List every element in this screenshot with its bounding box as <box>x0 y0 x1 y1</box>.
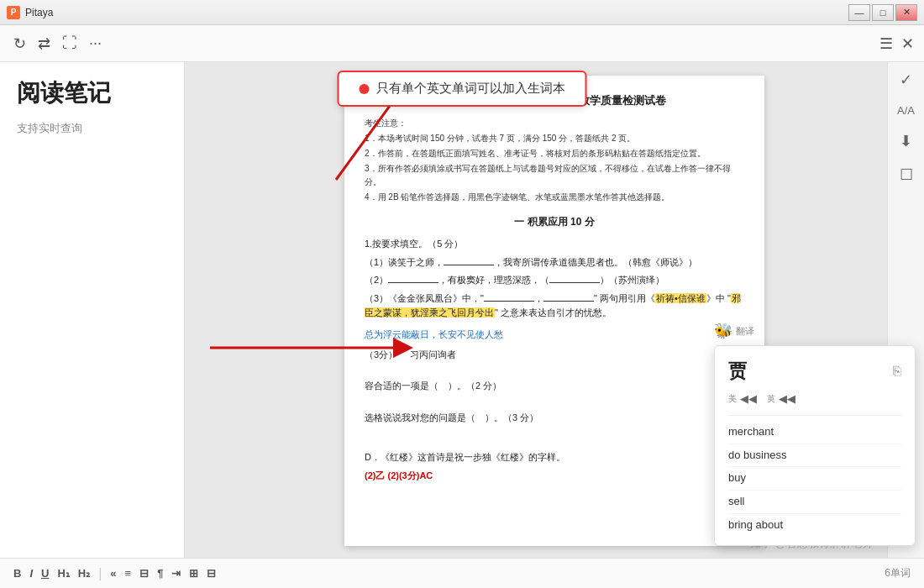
minimize-button[interactable]: — <box>848 4 870 21</box>
question-1-2: （2），有极窦好，理惑深惑，（）（苏州演绎） <box>365 273 744 288</box>
question-extra: 选格说说我对您的问题是（ ）。（3 分） <box>365 411 744 426</box>
question-1-1: （1）谈笑于之师，，我寄所谓传承道德美思者也。（韩愈《师说》） <box>365 255 744 270</box>
copy-icon[interactable]: ⎘ <box>893 360 901 382</box>
toolbar-left: ↻ ⇄ ⛶ ··· <box>13 34 102 53</box>
popup-box: 贾 ⎘ 美 ◀◀ 英 ◀◀ <box>714 345 916 546</box>
phonetic-us: 美 ◀◀ <box>728 391 757 408</box>
popup-phonetics: 美 ◀◀ 英 ◀◀ <box>728 391 901 408</box>
toolbar-right: ☰ ✕ <box>879 34 914 53</box>
meaning-2: do business <box>728 444 901 468</box>
refresh-icon[interactable]: ↻ <box>13 34 26 53</box>
left-sidebar: 阅读笔记 支持实时查询 <box>0 62 185 558</box>
notice-1: 1．本场考试时间 150 分钟，试卷共 7 页，满分 150 分，答题纸共 2 … <box>365 132 744 145</box>
share-icon[interactable]: ⇄ <box>38 34 50 53</box>
popup-meanings-list: merchant do business buy sell bring abou… <box>728 421 901 537</box>
toolbar-close-icon[interactable]: ✕ <box>901 34 914 53</box>
highlight-text: 总为浮云能蔽日，长安不见使人愁 <box>365 328 744 343</box>
window-controls: — □ ✕ <box>848 4 917 21</box>
download-icon[interactable]: ⬇ <box>900 132 912 150</box>
meaning-3: buy <box>728 467 901 491</box>
notice-2: 2．作答前，在答题纸正面填写姓名、准考证号，将核对后的条形码粘贴在答题纸指定位置… <box>365 147 744 160</box>
heading1-button[interactable]: H₁ <box>57 567 69 580</box>
phonetic-uk: 英 ◀◀ <box>767 391 795 408</box>
popup-character: 贾 <box>728 356 747 386</box>
bee-emoji: 🐝 <box>714 319 732 344</box>
answer-d: D．《红楼》这首诗是祝一步独《红楼》的字样。 <box>365 450 744 465</box>
sidebar-subtitle: 支持实时查询 <box>17 121 167 136</box>
more-icon[interactable]: ··· <box>89 34 102 52</box>
us-speaker-icon[interactable]: ◀◀ <box>740 391 757 408</box>
blue-highlight: 总为浮云能蔽日，长安不见使人愁 <box>365 329 503 339</box>
main-area: 阅读笔记 支持实时查询 2019 学年第一学期高三语文教学质 <box>0 62 924 558</box>
popup-divider <box>728 415 901 416</box>
uk-flag-label: 英 <box>767 392 775 406</box>
meaning-5: bring about <box>728 514 901 537</box>
checkmark-icon[interactable]: ✓ <box>900 71 912 89</box>
uk-speaker-icon[interactable]: ◀◀ <box>779 391 795 408</box>
question-choice: 容合适的一项是（ ）。（2 分） <box>365 379 744 394</box>
translation-popup: 🐝 翻译 贾 ⎘ 美 ◀◀ 英 ◀◀ <box>714 319 916 546</box>
window-close-button[interactable]: ✕ <box>895 4 917 21</box>
question-1-3: （3）《金金张凤凰台》中，"，" 两句用引用《祈祷•信保谁》中 "邪臣之蒙谋，犹… <box>365 291 744 321</box>
meaning-4: sell <box>728 491 901 514</box>
answer-2-3: (2)乙 (2)(3分)AC <box>365 469 744 484</box>
notification-bar: 只有单个英文单词可以加入生词本 <box>338 71 587 107</box>
doc-notice: 考生注意： 1．本场考试时间 150 分钟，试卷共 7 页，满分 150 分，答… <box>365 117 744 204</box>
notice-heading: 考生注意： <box>365 117 744 130</box>
red-dot <box>360 84 370 94</box>
section-title: 一 积累应用 10 分 <box>365 214 744 230</box>
popup-label: 翻译 <box>736 324 754 339</box>
expand-icon[interactable]: ⛶ <box>62 34 77 52</box>
notice-3: 3．所有作答必须填涂或书写在答题纸上与试卷题号对应的区域，不得移位，在试卷上作答… <box>365 162 744 189</box>
paragraph-button[interactable]: ¶ <box>157 567 163 580</box>
list-button[interactable]: ≡ <box>125 567 132 580</box>
maximize-button[interactable]: □ <box>872 4 894 21</box>
app-title: Pitaya <box>25 7 848 18</box>
us-flag-label: 美 <box>728 392 737 406</box>
indent-button[interactable]: ⇥ <box>171 567 181 580</box>
underline-button[interactable]: U <box>41 567 49 580</box>
formula-icon[interactable]: A/A <box>897 104 915 117</box>
bookmark-icon[interactable]: ☐ <box>900 165 913 184</box>
bold-button[interactable]: B <box>13 567 21 580</box>
sidebar-title: 阅读笔记 <box>17 79 167 108</box>
notification-text: 只有单个英文单词可以加入生词本 <box>376 81 565 97</box>
bottom-toolbar: B I U H₁ H₂ | « ≡ ⊟ ¶ ⇥ ⊞ ⊟ 6单词 <box>0 558 924 588</box>
document-area: 2019 学年第一学期高三语文教学质量检测试卷 考生注意： 1．本场考试时间 1… <box>185 62 924 558</box>
table-button[interactable]: ⊟ <box>207 567 216 580</box>
image-button[interactable]: ⊞ <box>189 567 198 580</box>
question-3pts: （3分） 习丙问询者 <box>365 348 744 363</box>
notification-box: 只有单个英文单词可以加入生词本 <box>338 71 587 107</box>
quote-open-button[interactable]: « <box>110 567 116 580</box>
meaning-1: merchant <box>728 421 901 444</box>
document-page: 2019 学年第一学期高三语文教学质量检测试卷 考生注意： 1．本场考试时间 1… <box>344 76 764 546</box>
question-1: 1.按要求填空。（5 分） <box>365 237 744 252</box>
italic-button[interactable]: I <box>29 567 33 580</box>
title-bar: P Pitaya — □ ✕ <box>0 0 924 25</box>
app-icon: P <box>7 6 20 19</box>
link-button[interactable]: ⊟ <box>139 567 149 580</box>
notice-4: 4．用 2B 铅笔作答选择题，用黑色字迹钢笔、水笔或蓝黑墨水笔作答其他选择题。 <box>365 191 744 204</box>
top-toolbar: ↻ ⇄ ⛶ ··· 只有单个英文单词可以加入生词本 ☰ ✕ <box>0 25 924 62</box>
menu-icon[interactable]: ☰ <box>879 34 893 53</box>
separator-1: | <box>98 566 102 581</box>
popup-header: 贾 ⎘ <box>728 356 901 386</box>
word-count: 6单词 <box>885 566 911 580</box>
heading2-button[interactable]: H₂ <box>78 567 90 580</box>
